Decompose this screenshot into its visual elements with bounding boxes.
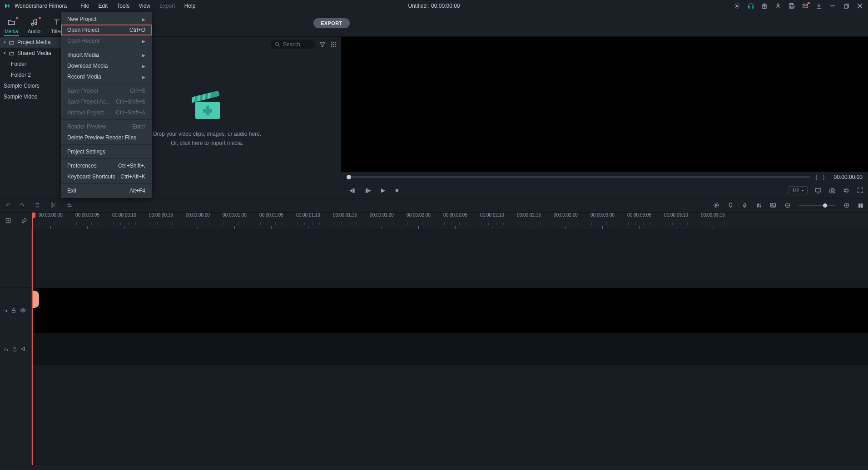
- image-icon[interactable]: [770, 202, 776, 208]
- video-track-head: ▫₁: [0, 288, 32, 333]
- marker-icon[interactable]: [728, 203, 734, 208]
- timeline-ruler-row: 00:00:00:0000:00:00:0500:00:00:1000:00:0…: [0, 213, 868, 229]
- export-button[interactable]: EXPORT: [313, 18, 350, 28]
- menu-item-project-settings[interactable]: Project Settings: [61, 146, 152, 157]
- preview-screen[interactable]: [341, 37, 868, 172]
- ruler-tick: 00:00:00:05: [69, 213, 106, 229]
- clip-handle[interactable]: [32, 291, 39, 308]
- lock-icon[interactable]: [12, 346, 17, 352]
- svg-point-49: [70, 206, 71, 207]
- prev-frame-button[interactable]: ◂▮: [349, 187, 355, 193]
- mark-in-icon[interactable]: {: [816, 174, 818, 180]
- svg-point-17: [276, 43, 279, 46]
- menu-item-delete-preview-render-files[interactable]: Delete Preview Render Files: [61, 132, 152, 143]
- menu-edit[interactable]: Edit: [94, 0, 113, 11]
- svg-point-42: [51, 203, 53, 204]
- drop-text-line2: Or, click here to import media.: [153, 139, 261, 148]
- svg-rect-35: [203, 109, 212, 113]
- tab-media[interactable]: Media: [0, 17, 23, 36]
- voiceover-icon[interactable]: [742, 203, 748, 208]
- timeline-ruler[interactable]: 00:00:00:0000:00:00:0500:00:00:1000:00:0…: [32, 213, 868, 229]
- fit-timeline-icon[interactable]: [5, 218, 11, 224]
- next-frame-button[interactable]: ▮▸: [365, 187, 371, 193]
- zoom-knob[interactable]: [823, 203, 827, 208]
- zoom-in-icon[interactable]: [843, 202, 850, 208]
- play-button[interactable]: ▶: [381, 187, 385, 193]
- svg-rect-22: [331, 44, 332, 45]
- svg-point-67: [22, 310, 24, 311]
- menu-item-record-media[interactable]: Record Media▶: [61, 71, 152, 82]
- menu-item-download-media[interactable]: Download Media▶: [61, 60, 152, 71]
- zoom-slider[interactable]: [799, 205, 835, 206]
- link-icon[interactable]: [21, 218, 27, 224]
- menu-item-open-project[interactable]: Open ProjectCtrl+O: [61, 25, 152, 35]
- stop-button[interactable]: ■: [395, 187, 398, 193]
- scrub-knob[interactable]: [347, 175, 351, 179]
- zoom-fit-icon[interactable]: ▮▮: [858, 202, 863, 208]
- headphones-icon[interactable]: [747, 2, 754, 10]
- mark-out-icon[interactable]: }: [823, 174, 825, 180]
- volume-icon[interactable]: [843, 187, 850, 194]
- mixer-icon[interactable]: [756, 203, 762, 208]
- playhead[interactable]: [32, 213, 33, 229]
- adjust-icon[interactable]: [66, 202, 73, 208]
- menu-item-exit[interactable]: ExitAlt+F4: [61, 185, 152, 196]
- settings-gear-icon[interactable]: [734, 2, 741, 10]
- timeline-tracks: ▫₁ ♪₁: [0, 229, 868, 465]
- menu-item-new-project[interactable]: New Project▶: [61, 14, 152, 25]
- redo-icon[interactable]: ↷: [20, 202, 25, 208]
- folder-icon: [9, 40, 15, 45]
- zoom-out-icon[interactable]: [784, 202, 791, 208]
- app-logo-icon: [4, 2, 12, 10]
- preview-ratio-select[interactable]: 1/2▾: [788, 186, 808, 194]
- search-input[interactable]: [283, 41, 310, 48]
- menu-item-open-recent: Open Recent▶: [61, 35, 152, 46]
- lock-icon[interactable]: [11, 308, 16, 313]
- ruler-tick: 00:00:01:10: [290, 213, 327, 229]
- svg-rect-29: [193, 91, 219, 103]
- menu-item-preferences[interactable]: PreferencesCtrl+Shift+,: [61, 160, 152, 171]
- svg-point-5: [777, 4, 779, 6]
- search-icon: [275, 42, 280, 47]
- media-panel: ▾Project Media(0▾Shared Media(0Folder(0F…: [0, 37, 341, 198]
- tab-audio[interactable]: Audio: [23, 17, 45, 36]
- delete-icon[interactable]: [35, 202, 40, 208]
- menu-export[interactable]: Export: [155, 0, 180, 11]
- split-icon[interactable]: [50, 202, 56, 208]
- close-icon[interactable]: [856, 2, 863, 10]
- window-title: Untitled : 00:00:00:00: [408, 3, 460, 9]
- mute-icon[interactable]: [21, 346, 27, 352]
- ruler-tick: 00:00:02:15: [511, 213, 547, 229]
- ruler-tick: 00:00:02:10: [474, 213, 511, 229]
- svg-rect-21: [335, 42, 336, 43]
- svg-rect-1: [749, 6, 749, 8]
- audio-track-1[interactable]: ♪₁: [0, 333, 868, 365]
- snapshot-icon[interactable]: [829, 187, 836, 194]
- undo-icon[interactable]: ↶: [5, 202, 10, 208]
- mail-icon[interactable]: [802, 2, 809, 10]
- scrub-row: { } 00:00:00:00: [341, 172, 868, 183]
- scrub-bar[interactable]: [347, 176, 810, 178]
- menu-file[interactable]: File: [76, 0, 94, 11]
- display-icon[interactable]: [815, 187, 822, 194]
- search-box[interactable]: [270, 40, 315, 49]
- menu-view[interactable]: View: [134, 0, 155, 11]
- save-disk-icon[interactable]: [788, 2, 795, 10]
- eye-icon[interactable]: [20, 307, 26, 313]
- gift-icon[interactable]: [761, 2, 768, 10]
- download-icon[interactable]: [815, 2, 823, 10]
- svg-rect-51: [744, 203, 745, 206]
- maximize-icon[interactable]: [843, 2, 850, 10]
- menu-tools[interactable]: Tools: [112, 0, 134, 11]
- minimize-icon[interactable]: [829, 2, 836, 10]
- fullscreen-icon[interactable]: [857, 187, 863, 193]
- account-icon[interactable]: [774, 2, 782, 10]
- menu-help[interactable]: Help: [180, 0, 200, 11]
- grid-view-icon[interactable]: [330, 41, 337, 48]
- video-track-1[interactable]: ▫₁: [0, 288, 868, 333]
- render-icon[interactable]: [713, 202, 719, 208]
- menu-item-import-media[interactable]: Import Media▶: [61, 49, 152, 60]
- filter-icon[interactable]: [319, 41, 326, 48]
- drop-instructions: Drop your video clips, images, or audio …: [153, 130, 261, 147]
- menu-item-keyboard-shortcuts[interactable]: Keyboard ShortcutsCtrl+Alt+K: [61, 171, 152, 182]
